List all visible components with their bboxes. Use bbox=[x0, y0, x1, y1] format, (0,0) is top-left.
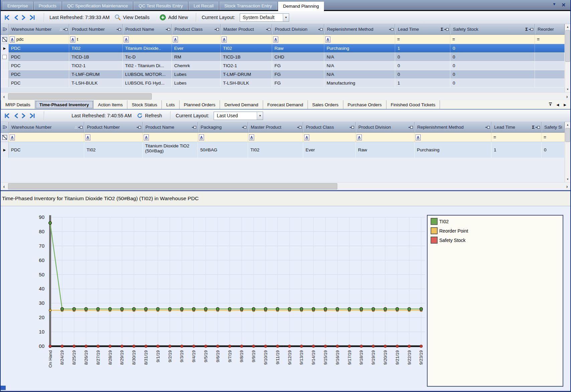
scroll-right-icon[interactable]: › bbox=[564, 184, 570, 189]
filter-cell-lead-time[interactable]: = bbox=[395, 35, 450, 44]
column-header-safety-stock[interactable]: Safety StockΣ bbox=[450, 24, 535, 34]
cell-safety-stock[interactable]: 0 bbox=[450, 79, 535, 87]
filter-cell-packaging[interactable]: A bbox=[198, 133, 248, 142]
cell-product-name[interactable]: Titanium Dioxide TiO2 (50#Bag) bbox=[143, 142, 198, 158]
cell-safety-st[interactable]: 0 bbox=[542, 142, 565, 158]
nav-next-button[interactable] bbox=[21, 113, 26, 119]
pin-icon[interactable] bbox=[297, 126, 302, 129]
column-header-master-product[interactable]: Master Product bbox=[221, 24, 272, 34]
equals-filter-icon[interactable]: = bbox=[396, 37, 400, 42]
cell-lead-time[interactable]: 0 bbox=[395, 70, 450, 79]
column-header-lead-time[interactable]: Lead TimeΣ bbox=[395, 24, 450, 34]
column-header-product-number[interactable]: Product Number bbox=[69, 24, 123, 34]
text-filter-icon[interactable]: A bbox=[222, 36, 227, 42]
top-tab-qc-test-results-entry[interactable]: QC Test Results Entry bbox=[134, 2, 188, 10]
column-header-warehouse-number[interactable]: Warehouse Number△ bbox=[9, 122, 84, 132]
cell-lead-time[interactable]: 0 bbox=[395, 53, 450, 61]
top-tab-products[interactable]: Products bbox=[34, 2, 61, 10]
tab-scroll-right-icon[interactable]: ▶ bbox=[564, 103, 566, 107]
cell-replenishment-method[interactable]: N/A bbox=[324, 70, 395, 79]
cell-reorder[interactable] bbox=[535, 44, 565, 52]
cell-warehouse-number[interactable]: PDC bbox=[9, 70, 69, 79]
tab-mrp-details[interactable]: MRP Details bbox=[1, 100, 35, 109]
filter-cell-master-product[interactable]: A bbox=[221, 35, 272, 44]
table-row[interactable]: PDCT-LSH-BULKLUBSOIL FG Hyd...LubesT-LSH… bbox=[1, 79, 565, 88]
cell-product-division[interactable]: CHD bbox=[272, 53, 324, 61]
filter-cell-product-name[interactable]: A bbox=[143, 133, 198, 142]
nav-next-button[interactable] bbox=[21, 14, 26, 21]
cell-replenishment-method[interactable]: N/A bbox=[324, 61, 395, 70]
text-filter-icon[interactable]: A bbox=[173, 36, 178, 42]
cell-safety-stock[interactable]: 0 bbox=[450, 44, 535, 52]
chevron-down-icon[interactable]: ▼ bbox=[283, 14, 289, 21]
cell-product-number[interactable]: T-LSH-BULK bbox=[69, 79, 123, 87]
filter-cell-product-division[interactable]: A bbox=[272, 35, 324, 44]
column-header-packaging[interactable]: Packaging bbox=[198, 122, 248, 132]
text-filter-icon[interactable]: A bbox=[199, 134, 204, 140]
top-tab-stock-transaction-entry[interactable]: Stock Transaction Entry bbox=[220, 2, 277, 10]
filter-cell-replenishment-method[interactable]: A bbox=[324, 35, 395, 44]
text-filter-icon[interactable]: A bbox=[357, 134, 362, 140]
pin-icon[interactable] bbox=[389, 28, 393, 31]
sum-icon[interactable]: Σ bbox=[441, 27, 443, 32]
tab-lots[interactable]: Lots bbox=[162, 100, 180, 109]
cell-reorder[interactable] bbox=[535, 79, 565, 87]
cell-product-division[interactable]: FG bbox=[272, 70, 324, 79]
pin-icon[interactable] bbox=[166, 28, 170, 31]
cell-warehouse-number[interactable]: PDC bbox=[9, 61, 69, 70]
column-header-warehouse-number[interactable]: Warehouse Number△ bbox=[9, 24, 69, 34]
equals-filter-icon[interactable]: = bbox=[492, 135, 496, 140]
text-filter-icon[interactable]: A bbox=[304, 134, 309, 140]
row-checkbox[interactable] bbox=[2, 55, 7, 59]
scroll-right-icon[interactable]: › bbox=[564, 94, 570, 99]
column-header-product-name[interactable]: Product Name bbox=[123, 24, 172, 34]
filter-cell-master-product[interactable]: A bbox=[248, 133, 303, 142]
sum-icon[interactable]: Σ bbox=[532, 125, 535, 130]
pin-icon[interactable] bbox=[485, 126, 490, 129]
scroll-left-icon[interactable]: ‹ bbox=[1, 184, 7, 189]
tab-stock-status[interactable]: Stock Status bbox=[127, 100, 162, 109]
cell-product-name[interactable]: LUBSOIL MOTOR... bbox=[123, 70, 172, 79]
clear-filter-button[interactable] bbox=[1, 133, 9, 142]
column-header-reorder[interactable]: Reorder bbox=[535, 24, 565, 34]
scroll-up-icon[interactable]: ▲ bbox=[566, 24, 569, 30]
cell-product-class[interactable]: Chemrk bbox=[172, 61, 221, 70]
cell-product-division[interactable]: Raw bbox=[356, 142, 415, 158]
tab-purchase-orders[interactable]: Purchase Orders bbox=[343, 100, 386, 109]
cell-reorder[interactable] bbox=[535, 70, 565, 79]
grid-vscrollbar[interactable]: ▲▼ bbox=[565, 122, 570, 182]
pin-icon[interactable] bbox=[444, 28, 449, 31]
column-header-safety-st[interactable]: Safety St bbox=[542, 122, 565, 132]
hscroll-thumb[interactable] bbox=[8, 183, 337, 189]
cell-master-product[interactable]: TICD-1B bbox=[221, 53, 272, 61]
tab-planned-orders[interactable]: Planned Orders bbox=[180, 100, 220, 109]
nav-last-button[interactable] bbox=[29, 113, 36, 119]
cell-lead-time[interactable]: 0 bbox=[395, 61, 450, 70]
filter-cell-product-class[interactable]: A bbox=[172, 35, 221, 44]
grid-vscrollbar[interactable]: ▲▼ bbox=[565, 24, 570, 92]
scroll-down-icon[interactable]: ▼ bbox=[566, 87, 569, 92]
cell-master-product[interactable]: TI02 bbox=[221, 44, 272, 52]
cell-warehouse-number[interactable]: PDC bbox=[9, 142, 84, 158]
cell-warehouse-number[interactable]: PDC bbox=[9, 53, 69, 61]
cell-product-number[interactable]: TICD-1B bbox=[69, 53, 123, 61]
cell-safety-stock[interactable]: 0 bbox=[450, 61, 535, 70]
table-row[interactable]: PDCT-LMF-DRUMLUBSOIL MOTOR...LubesT-LMF-… bbox=[1, 70, 565, 79]
column-header-replenishment-method[interactable]: Replenishment Method bbox=[415, 122, 491, 132]
cell-product-class[interactable]: Ever bbox=[303, 142, 356, 158]
column-header-product-name[interactable]: Product Name bbox=[143, 122, 198, 132]
cell-product-class[interactable]: Ever bbox=[172, 44, 221, 52]
pin-icon[interactable] bbox=[266, 28, 270, 31]
cell-product-number[interactable]: TI02 bbox=[69, 44, 123, 52]
cell-lead-time[interactable]: 1 bbox=[395, 79, 450, 87]
grid1-hscrollbar[interactable]: ‹ › bbox=[1, 92, 570, 100]
pin-icon[interactable] bbox=[350, 126, 354, 129]
cell-warehouse-number[interactable]: PDC bbox=[9, 44, 69, 52]
pin-icon[interactable] bbox=[117, 28, 121, 31]
sum-icon[interactable]: Σ bbox=[525, 27, 528, 32]
cell-lead-time[interactable]: 1 bbox=[395, 44, 450, 52]
clear-filter-button[interactable] bbox=[1, 35, 9, 44]
cell-product-number[interactable]: T-LMF-DRUM bbox=[69, 70, 123, 79]
more-tabs-icon[interactable]: ▼ bbox=[549, 103, 552, 107]
pin-icon[interactable] bbox=[242, 126, 246, 129]
